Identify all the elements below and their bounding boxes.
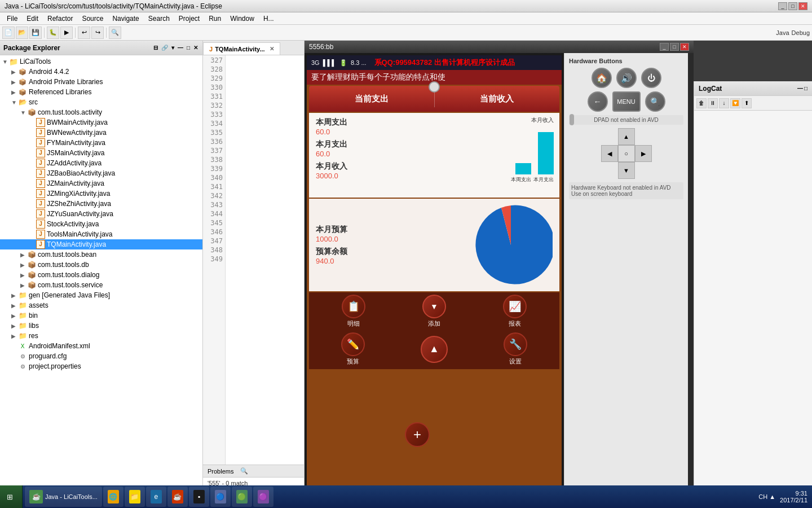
scroll-bar-indicator[interactable]: [570, 114, 574, 125]
window-controls[interactable]: _ □ ✕: [778, 2, 807, 10]
minimize-panel-icon[interactable]: —: [176, 44, 184, 51]
tree-item-android-private[interactable]: ▶ 📦 Android Private Libraries: [0, 77, 202, 87]
device-maximize[interactable]: □: [670, 43, 679, 51]
tree-item-gen[interactable]: ▶ 📁 gen [Generated Java Files]: [0, 290, 202, 300]
dpad-left[interactable]: ◀: [601, 145, 618, 162]
menu-edit[interactable]: Edit: [22, 14, 43, 24]
logcat-filter-btn[interactable]: 🔽: [730, 98, 740, 108]
tree-item-jzbaobiao[interactable]: ▶ J JZBaoBiaoActivity.java: [0, 168, 202, 178]
collapse-all-icon[interactable]: ⊟: [152, 44, 159, 51]
close-panel-icon[interactable]: ✕: [192, 44, 199, 51]
link-editor-icon[interactable]: 🔗: [160, 44, 169, 51]
taskbar-browser[interactable]: 🌐: [103, 487, 123, 507]
device-close[interactable]: ✕: [680, 43, 689, 51]
toolbar-run[interactable]: ▶: [60, 27, 73, 39]
start-button[interactable]: ⊞: [0, 485, 23, 508]
tree-item-manifest[interactable]: ▶ X AndroidManifest.xml: [0, 341, 202, 351]
taskbar-cmd[interactable]: ▪: [189, 487, 209, 507]
logcat-header-icons[interactable]: — □: [797, 85, 807, 91]
back-hw-button[interactable]: ←: [588, 91, 608, 112]
toolbar-new[interactable]: 📄: [2, 27, 15, 39]
menu-source[interactable]: Source: [77, 14, 108, 24]
tree-item-bwnew[interactable]: ▶ J BWNewActivity.java: [0, 128, 202, 138]
detail-nav-circle[interactable]: 📋: [342, 295, 365, 318]
close-tab-icon[interactable]: ✕: [270, 46, 274, 52]
tree-item-jzadd[interactable]: ▶ J JZAddActivity.java: [0, 158, 202, 168]
tree-item-toolsmain[interactable]: ▶ J ToolsMainActivity.java: [0, 229, 202, 239]
logcat-minimize[interactable]: —: [797, 85, 803, 91]
report-nav-circle[interactable]: 📈: [503, 295, 527, 318]
toolbar-undo[interactable]: ↩: [78, 27, 90, 39]
nav-add[interactable]: ▼ 添加: [422, 295, 446, 328]
tree-item-activity-package[interactable]: ▼ 📦 com.tust.tools.activity: [0, 107, 202, 117]
menu-search[interactable]: Search: [144, 14, 174, 24]
tree-item-src[interactable]: ▼ 📂 src: [0, 97, 202, 107]
toolbar-debug[interactable]: 🐛: [47, 27, 59, 39]
home-hw-button[interactable]: 🏠: [592, 68, 612, 88]
tree-item-db-package[interactable]: ▶ 📦 com.tust.tools.db: [0, 260, 202, 270]
tree-item-dialog-package[interactable]: ▶ 📦 com.tust.tools.dialog: [0, 270, 202, 280]
taskbar-explorer[interactable]: 📁: [125, 487, 145, 507]
toolbar-redo[interactable]: ↪: [91, 27, 104, 39]
tree-item-jzyusuuan[interactable]: ▶ J JZYuSuanActivity.java: [0, 209, 202, 219]
settings-nav-circle[interactable]: 🔧: [504, 332, 527, 356]
menu-navigate[interactable]: Navigate: [108, 14, 143, 24]
nav-report[interactable]: 📈 报表: [503, 295, 527, 328]
taskbar-app1[interactable]: 🔵: [210, 487, 231, 507]
tree-item-proguard[interactable]: ▶ ⚙ proguard.cfg: [0, 351, 202, 361]
tree-item-assets[interactable]: ▶ 📁 assets: [0, 300, 202, 310]
tree-item-bin[interactable]: ▶ 📁 bin: [0, 310, 202, 321]
menu-file[interactable]: File: [2, 14, 22, 24]
menu-run[interactable]: Run: [204, 14, 226, 24]
logcat-scroll-btn[interactable]: ↓: [719, 98, 729, 108]
budget-nav-circle[interactable]: ✏️: [341, 332, 365, 356]
tree-item-android442[interactable]: ▶ 📦 Android 4.4.2: [0, 67, 202, 77]
nav-detail[interactable]: 📋 明细: [342, 295, 365, 328]
dpad-up[interactable]: ▲: [618, 128, 635, 145]
tree-item-jzshezhi[interactable]: ▶ J JZSheZhiActivity.java: [0, 199, 202, 209]
menu-project[interactable]: Project: [174, 14, 204, 24]
dpad-right[interactable]: ▶: [635, 145, 652, 162]
tree-item-fymain[interactable]: ▶ J FYMainActivity.java: [0, 138, 202, 148]
toolbar-save[interactable]: 💾: [29, 27, 42, 39]
maximize-button[interactable]: □: [788, 2, 797, 10]
taskbar-java[interactable]: ☕: [167, 487, 188, 507]
taskbar-ie[interactable]: e: [146, 487, 166, 507]
code-content[interactable]: [226, 55, 304, 496]
toolbar-open[interactable]: 📂: [16, 27, 28, 39]
panel-header-icons[interactable]: ⊟ 🔗 ▾ — □ ✕: [152, 44, 199, 51]
menu-refactor[interactable]: Refactor: [43, 14, 77, 24]
tree-item-referenced-libs[interactable]: ▶ 📦 Referenced Libraries: [0, 87, 202, 97]
close-button[interactable]: ✕: [798, 2, 807, 10]
logcat-clear-btn[interactable]: 🗑: [696, 98, 707, 108]
menu-hw-button[interactable]: MENU: [612, 91, 641, 112]
search-tab[interactable]: 🔍: [240, 467, 248, 475]
maximize-panel-icon[interactable]: □: [186, 44, 191, 51]
taskbar-eclipse[interactable]: ☕ Java - LiCaiTools...: [25, 487, 102, 507]
dpad-center[interactable]: ○: [618, 145, 635, 162]
add-nav-circle[interactable]: ▼: [422, 295, 446, 318]
nav-settings[interactable]: 🔧 设置: [504, 332, 527, 366]
center-nav-circle[interactable]: ▲: [421, 336, 448, 363]
logcat-pause-btn[interactable]: ⏸: [708, 98, 718, 108]
tree-item-bwmain[interactable]: ▶ J BWMainActivity.java: [0, 117, 202, 128]
view-menu-icon[interactable]: ▾: [170, 44, 175, 51]
tree-item-res[interactable]: ▶ 📁 res: [0, 331, 202, 341]
tree-item-libs[interactable]: ▶ 📁 libs: [0, 321, 202, 331]
tree-item-jzmingxi[interactable]: ▶ J JZMingXiActivity.java: [0, 189, 202, 199]
tree-item-tqmain[interactable]: ▶ J TQMainActivity.java: [0, 239, 202, 249]
editor-content[interactable]: 327 328 329 330 331 332 333 334 335 336 …: [203, 55, 304, 496]
menu-window[interactable]: Window: [226, 14, 259, 24]
nav-center-up[interactable]: ▲: [421, 336, 448, 363]
menu-help[interactable]: H...: [259, 14, 279, 24]
taskbar-app2[interactable]: 🟢: [232, 487, 252, 507]
perspective-java[interactable]: Java: [776, 29, 789, 36]
toolbar-search[interactable]: 🔍: [109, 27, 121, 39]
dpad-down[interactable]: ▼: [618, 162, 635, 179]
search-hw-button[interactable]: 🔍: [645, 91, 665, 112]
tree-item-bean-package[interactable]: ▶ 📦 com.tust.tools.bean: [0, 249, 202, 260]
tree-item-project-props[interactable]: ▶ ⚙ project.properties: [0, 361, 202, 371]
tree-item-jzmain[interactable]: ▶ J JZMainActivity.java: [0, 178, 202, 189]
volume-hw-button[interactable]: 🔊: [616, 68, 637, 88]
device-window-controls[interactable]: _ □ ✕: [660, 43, 689, 51]
